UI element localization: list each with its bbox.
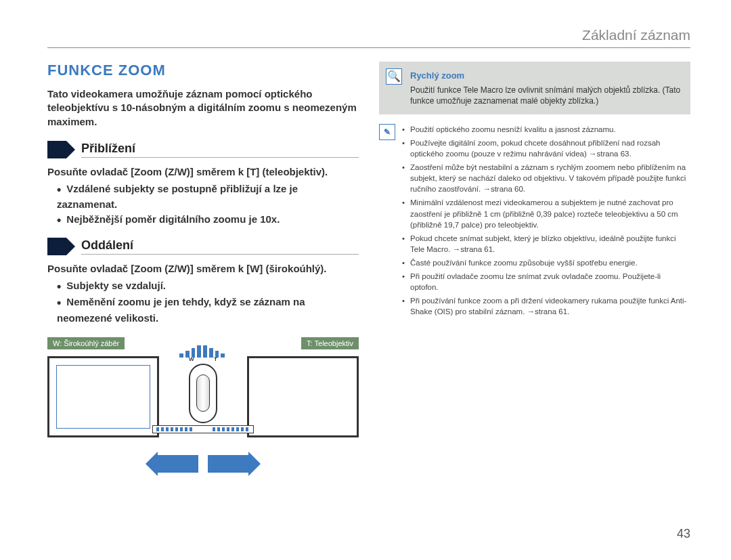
sub2-text: Posuňte ovladač [Zoom (Z/W)] směrem k [W… xyxy=(47,262,359,276)
sub1-bullets: Vzdálené subjekty se postupně přibližují… xyxy=(57,181,359,228)
note-box: 🔍 Rychlý zoom Použití funkce Tele Macro … xyxy=(379,62,690,114)
zoom-diagram: W: Širokoúhlý záběr T: Teleobjektiv W T xyxy=(47,337,359,527)
tips-block: ✎ Použití optického zoomu nesníží kvalit… xyxy=(379,124,690,320)
bullet: Subjekty se vzdalují. xyxy=(57,278,359,295)
zoom-lever xyxy=(189,364,217,423)
tip: Při používání funkce zoom a při držení v… xyxy=(402,295,690,317)
frame-tele xyxy=(247,356,359,437)
subhead-text-2: Oddálení xyxy=(81,238,359,255)
zoom-control: W T xyxy=(152,356,254,433)
note-body: Použití funkce Tele Macro lze ovlivnit s… xyxy=(410,85,681,106)
zoom-base xyxy=(152,425,254,433)
left-column: FUNKCE ZOOM Tato videokamera umožňuje zá… xyxy=(47,62,359,527)
label-wide: W: Širokoúhlý záběr xyxy=(47,337,125,349)
arrow-right-icon xyxy=(208,455,248,473)
label-tele: T: Teleobjektiv xyxy=(301,337,359,349)
note-title: Rychlý zoom xyxy=(410,70,681,82)
subhead-zoom-out: Oddálení xyxy=(47,238,359,255)
chevron-icon xyxy=(47,238,66,255)
bullet: Neměnění zoomu je jen tehdy, když se záz… xyxy=(57,295,359,325)
chevron-icon xyxy=(47,141,66,158)
frame-wide xyxy=(47,356,159,437)
sub2-bullets: Subjekty se vzdalují. Neměnění zoomu je … xyxy=(57,278,359,325)
section-title: FUNKCE ZOOM xyxy=(47,62,359,79)
sub1-text: Posuňte ovladač [Zoom (Z/W)] směrem k [T… xyxy=(47,165,359,179)
tip: Zaostření může být nestabilní a záznam s… xyxy=(402,162,690,194)
tip: Používejte digitální zoom, pokud chcete … xyxy=(402,137,690,159)
tip: Při použití ovladače zoomu lze snímat zv… xyxy=(402,271,690,293)
arrow-left-icon xyxy=(158,455,198,473)
tip: Minimální vzdálenost mezi videokamerou a… xyxy=(402,197,690,230)
intro-text: Tato videokamera umožňuje záznam pomocí … xyxy=(47,87,359,129)
right-column: 🔍 Rychlý zoom Použití funkce Tele Macro … xyxy=(379,62,690,527)
subhead-text-1: Přiblížení xyxy=(81,142,359,158)
tip: Pokud chcete snímat subjekt, který je bl… xyxy=(402,233,690,255)
arrow-up-icon xyxy=(179,344,227,358)
inner-frame xyxy=(56,365,150,429)
page-header: Základní záznam xyxy=(47,27,690,48)
bullet: Nejběžnější poměr digitálního zoomu je 1… xyxy=(57,212,359,228)
bullet: Vzdálené subjekty se postupně přibližují… xyxy=(57,181,359,212)
subhead-zoom-in: Přiblížení xyxy=(47,141,359,158)
tip-list: Použití optického zoomu nesníží kvalitu … xyxy=(402,124,690,320)
header-title: Základní záznam xyxy=(582,27,690,43)
magnifier-icon: 🔍 xyxy=(386,68,402,85)
note-info-icon: ✎ xyxy=(379,124,395,140)
page-number: 43 xyxy=(677,527,690,541)
arrow-horizontal xyxy=(158,455,248,473)
tip: Použití optického zoomu nesníží kvalitu … xyxy=(402,124,690,135)
zoom-lever-inner xyxy=(196,374,210,412)
tip: Časté používání funkce zoomu způsobuje v… xyxy=(402,257,690,268)
